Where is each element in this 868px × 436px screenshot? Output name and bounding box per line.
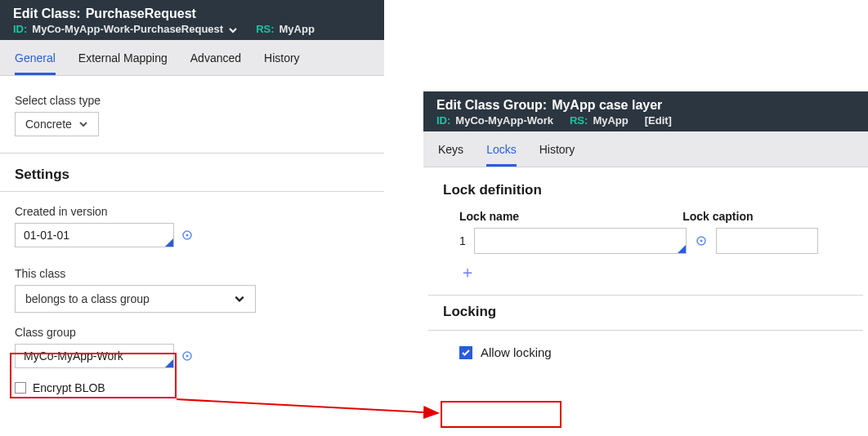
rule-type-label: Edit Class: [13,7,81,20]
allow-locking-label: Allow locking [481,345,552,359]
this-class-select[interactable]: belongs to a class group [15,285,256,313]
rs-key: RS: [256,23,274,35]
rule-name: MyApp case layer [552,98,662,112]
crosshair-icon[interactable] [695,234,708,247]
settings-heading: Settings [15,153,369,194]
highlight-box [441,401,562,428]
class-type-value: Concrete [25,118,72,131]
chevron-down-icon [234,293,245,305]
tab-bar: Keys Locks History [423,131,868,167]
autocomplete-corner-icon [165,238,173,247]
created-version-label: Created in version [15,205,369,218]
lock-name-input[interactable] [474,228,687,254]
tab-external-mapping[interactable]: External Mapping [78,47,168,75]
created-version-input[interactable]: 01-01-01 [15,223,174,247]
class-type-select[interactable]: Concrete [15,112,99,136]
this-class-label: This class [15,267,369,280]
this-class-value: belongs to a class group [25,292,150,305]
tab-history[interactable]: History [264,47,300,75]
tab-bar: General External Mapping Advanced Histor… [0,40,384,76]
locking-heading: Locking [443,304,848,320]
rs-key: RS: [570,114,588,127]
id-key: ID: [436,114,450,127]
tab-advanced[interactable]: Advanced [190,47,241,75]
panel-header: Edit Class Group:MyApp case layer ID: My… [423,91,868,131]
rule-name: PurchaseRequest [86,7,196,20]
lock-row: 1 [459,228,848,254]
row-number: 1 [459,234,466,247]
autocomplete-corner-icon [678,245,686,253]
crosshair-icon[interactable] [181,229,194,242]
tab-keys[interactable]: Keys [438,138,463,167]
lock-name-column: Lock name [459,210,519,223]
lock-caption-input[interactable] [716,228,818,254]
lock-caption-column: Lock caption [682,210,753,223]
id-value: MyCo-MyApp-Work [455,114,553,127]
chevron-down-icon[interactable] [228,23,238,35]
id-key: ID: [13,23,27,35]
class-group-label: Class group [15,326,369,339]
class-type-label: Select class type [15,94,369,107]
rs-value: MyApp [280,23,315,35]
lock-definition-heading: Lock definition [443,182,848,210]
class-group-panel: Edit Class Group:MyApp case layer ID: My… [423,91,868,436]
id-value: MyCo-MyApp-Work-PurchaseRequest [32,23,223,35]
highlight-box [10,353,177,398]
svg-point-1 [186,234,189,237]
add-row-button[interactable]: ＋ [459,264,476,280]
chevron-down-icon [78,119,88,129]
tab-history[interactable]: History [539,138,575,167]
panel-header: Edit Class:PurchaseRequest ID: MyCo-MyAp… [0,0,384,40]
svg-point-5 [700,240,702,242]
allow-locking-checkbox[interactable] [459,346,472,359]
rs-value: MyApp [593,114,628,127]
tab-locks[interactable]: Locks [486,138,517,167]
edit-link[interactable]: [Edit] [645,114,672,127]
svg-point-3 [186,355,189,358]
tab-general[interactable]: General [15,47,56,75]
rule-type-label: Edit Class Group: [436,98,547,112]
crosshair-icon[interactable] [181,349,194,363]
